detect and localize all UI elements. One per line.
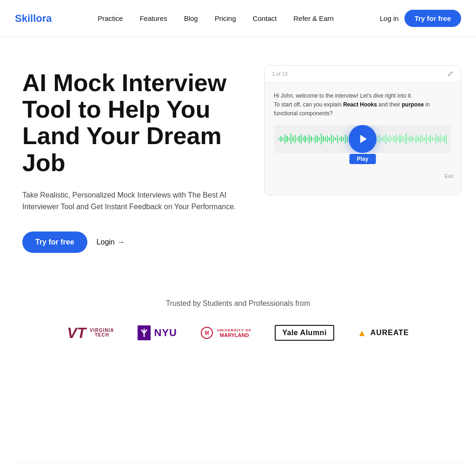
nav-link-practice[interactable]: Practice (98, 14, 123, 22)
trusted-text: Trusted by Students and Professionals fr… (15, 299, 461, 308)
aureate-icon: ▲ (357, 328, 367, 338)
nav-login-button[interactable]: Log in (380, 14, 399, 22)
logo-yale: Yale Alumni (275, 325, 334, 341)
hero-section: AI Mock Interview Tool to Help You Land … (0, 37, 476, 271)
brand-logo[interactable]: Skillora (15, 13, 52, 25)
hero-cta-button[interactable]: Try for free (22, 231, 87, 253)
logos-row: VT VIRGINIA TECH NYU M (15, 324, 461, 342)
video-panel: 1 of 13 ⤢ Hi John, welcome to the interv… (264, 65, 461, 195)
expand-icon[interactable]: ⤢ (447, 69, 453, 78)
video-top-bar: 1 of 13 ⤢ (264, 66, 461, 82)
nyu-text: NYU (154, 327, 177, 339)
nav-link-features[interactable]: Features (139, 14, 167, 22)
nav-link-blog[interactable]: Blog (184, 14, 198, 22)
problem-section: Problem vs Solution (0, 463, 476, 476)
umd-text: UNIVERSITY OF MARYLAND (217, 328, 251, 338)
logo-aureate: ▲ Aureate (357, 328, 409, 338)
svg-text:M: M (205, 330, 209, 336)
nav-link-contact[interactable]: Contact (253, 14, 277, 22)
nyu-icon (138, 325, 151, 340)
hero-right: 1 of 13 ⤢ Hi John, welcome to the interv… (264, 65, 461, 195)
spacer (0, 360, 476, 463)
aureate-text: Aureate (370, 329, 409, 337)
nav-links: Practice Features Blog Pricing Contact R… (98, 14, 334, 22)
logo-nyu: NYU (138, 325, 177, 340)
yale-text: Yale Alumni (282, 329, 327, 337)
hero-subtitle: Take Realistic, Personalized Mock Interv… (22, 189, 245, 213)
hero-login-link[interactable]: Login → (97, 238, 125, 246)
video-bottom: Exit (264, 170, 461, 183)
play-button[interactable] (349, 125, 377, 153)
nav-link-pricing[interactable]: Pricing (215, 14, 236, 22)
waveform-area (274, 125, 451, 153)
svg-marker-0 (360, 135, 367, 143)
hero-actions: Try for free Login → (22, 231, 245, 253)
nav-link-refer[interactable]: Refer & Earn (293, 14, 334, 22)
video-chat-text: Hi John, welcome to the interview! Let's… (274, 92, 451, 119)
vt-text: VIRGINIA TECH (90, 328, 114, 337)
video-content: Hi John, welcome to the interview! Let's… (264, 82, 461, 170)
exit-button[interactable]: Exit (445, 173, 453, 179)
play-label[interactable]: Play (350, 154, 376, 164)
nav-actions: Log in Try for free (380, 10, 461, 27)
navbar: Skillora Practice Features Blog Pricing … (0, 0, 476, 37)
trusted-section: Trusted by Students and Professionals fr… (0, 271, 476, 360)
hero-left: AI Mock Interview Tool to Help You Land … (22, 65, 245, 253)
umd-icon: M (200, 326, 213, 339)
vt-icon: VT (67, 324, 86, 342)
hero-title: AI Mock Interview Tool to Help You Land … (22, 70, 245, 176)
logo-virginia-tech: VT VIRGINIA TECH (67, 324, 114, 342)
arrow-icon: → (118, 238, 125, 246)
logo-umd: M UNIVERSITY OF MARYLAND (200, 326, 251, 339)
nav-cta-button[interactable]: Try for free (404, 10, 461, 27)
video-counter: 1 of 13 (272, 71, 288, 77)
